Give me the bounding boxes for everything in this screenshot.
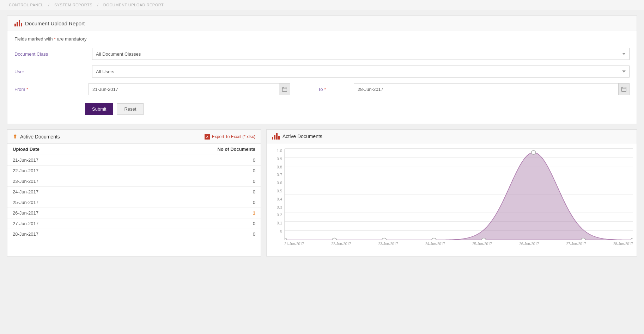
from-date-input[interactable]	[89, 84, 279, 95]
chart-panel-header: Active Documents	[267, 130, 637, 143]
x-axis-label: 27-Jun-2017	[566, 242, 586, 246]
x-axis-label: 25-Jun-2017	[472, 242, 492, 246]
y-axis-label: 0.4	[277, 197, 282, 201]
export-excel-link[interactable]: X Export To Excel (*.xlsx)	[205, 134, 255, 140]
breadcrumb-item-2[interactable]: SYSTEM REPORTS	[54, 3, 92, 7]
breadcrumb-sep-2: /	[97, 3, 100, 7]
svg-rect-0	[282, 87, 287, 92]
svg-point-15	[631, 238, 633, 240]
table-row: 25-Jun-20170	[7, 197, 261, 208]
y-axis-label: 0.2	[277, 213, 282, 217]
user-row: User All Users	[7, 63, 637, 80]
svg-rect-4	[622, 87, 626, 92]
table-row: 23-Jun-20170	[7, 176, 261, 187]
form-section: Document Upload Report Fields marked wit…	[7, 16, 637, 124]
documents-table: Upload Date No of Documents 21-Jun-20170…	[7, 144, 261, 239]
to-date-wrapper	[354, 83, 630, 95]
breadcrumb-item-3: DOCUMENT UPLOAD REPORT	[103, 3, 164, 7]
svg-point-10	[382, 238, 386, 240]
table-upload-icon: ⬆	[13, 133, 17, 140]
reset-button[interactable]: Reset	[117, 103, 144, 115]
upload-date-cell: 25-Jun-2017	[7, 197, 117, 208]
y-axis-label: 0.5	[277, 189, 282, 193]
doc-count-cell: 0	[117, 229, 261, 240]
table-row: 22-Jun-20170	[7, 166, 261, 176]
document-class-row: Document Class All Document Classes	[7, 45, 637, 63]
col-no-docs: No of Documents	[117, 144, 261, 155]
bar-chart-icon	[14, 20, 22, 26]
upload-date-cell: 27-Jun-2017	[7, 218, 117, 229]
doc-count-cell: 0	[117, 166, 261, 176]
chart-plot	[284, 149, 633, 240]
table-row: 21-Jun-20170	[7, 155, 261, 166]
upload-date-cell: 28-Jun-2017	[7, 229, 117, 240]
svg-point-12	[481, 238, 486, 240]
bottom-panels: ⬆ Active Documents X Export To Excel (*.…	[7, 129, 637, 256]
breadcrumb-bar: CONTROL PANEL / SYSTEM REPORTS / DOCUMEN…	[0, 0, 644, 10]
table-row: 26-Jun-20171	[7, 208, 261, 218]
submit-button[interactable]: Submit	[85, 103, 113, 115]
y-axis-label: 1.0	[277, 149, 282, 153]
upload-date-cell: 24-Jun-2017	[7, 187, 117, 197]
doc-count-cell: 0	[117, 176, 261, 187]
table-panel-title-group: ⬆ Active Documents	[13, 133, 60, 140]
user-select[interactable]: All Users	[92, 66, 630, 78]
document-class-select[interactable]: All Document Classes	[92, 48, 630, 60]
user-label: User	[14, 69, 85, 74]
x-axis-label: 21-Jun-2017	[284, 242, 304, 246]
table-row: 24-Jun-20170	[7, 187, 261, 197]
from-label: From *	[14, 87, 85, 92]
mandatory-note: Fields marked with * are mandatory	[7, 31, 637, 45]
svg-point-8	[285, 238, 287, 240]
x-axis-label: 22-Jun-2017	[331, 242, 351, 246]
svg-point-11	[432, 238, 436, 240]
y-axis-label: 0.1	[277, 221, 282, 225]
table-panel-header: ⬆ Active Documents X Export To Excel (*.…	[7, 130, 261, 144]
y-axis-label: 0	[280, 229, 282, 233]
upload-date-cell: 21-Jun-2017	[7, 155, 117, 166]
table-row: 28-Jun-20170	[7, 229, 261, 240]
from-date-wrapper	[89, 83, 290, 95]
table-panel-title: Active Documents	[20, 134, 60, 140]
y-axis-label: 0.8	[277, 165, 282, 169]
date-row: From * To *	[7, 80, 637, 98]
chart-bar-icon	[272, 133, 280, 140]
table-panel: ⬆ Active Documents X Export To Excel (*.…	[7, 129, 261, 256]
x-axis-label: 23-Jun-2017	[378, 242, 398, 246]
excel-icon: X	[205, 134, 210, 140]
y-axis-label: 0.6	[277, 181, 282, 185]
export-label: Export To Excel (*.xlsx)	[212, 134, 255, 139]
to-date-input[interactable]	[354, 84, 618, 95]
svg-point-13	[531, 150, 536, 154]
y-axis-label: 0.7	[277, 173, 282, 177]
document-class-label: Document Class	[14, 51, 85, 57]
breadcrumb-item-1[interactable]: CONTROL PANEL	[9, 3, 43, 7]
table-row: 27-Jun-20170	[7, 218, 261, 229]
x-axis-label: 28-Jun-2017	[613, 242, 633, 246]
button-row: Submit Reset	[7, 98, 637, 117]
from-calendar-button[interactable]	[279, 84, 290, 95]
x-axis-label: 26-Jun-2017	[519, 242, 539, 246]
doc-count-cell: 0	[117, 197, 261, 208]
y-axis-label: 0.9	[277, 157, 282, 161]
y-axis: 1.00.90.80.70.60.50.40.30.20.10	[270, 149, 284, 240]
chart-panel-title: Active Documents	[282, 134, 322, 139]
upload-date-cell: 23-Jun-2017	[7, 176, 117, 187]
svg-point-9	[332, 238, 336, 240]
col-upload-date: Upload Date	[7, 144, 117, 155]
x-axis-label: 24-Jun-2017	[425, 242, 445, 246]
to-calendar-button[interactable]	[618, 84, 629, 95]
form-section-header: Document Upload Report	[7, 16, 637, 31]
chart-panel-title-group: Active Documents	[272, 133, 322, 140]
page-title: Document Upload Report	[25, 20, 85, 26]
svg-point-14	[581, 238, 585, 240]
doc-count-cell: 1	[117, 208, 261, 218]
breadcrumb-sep-1: /	[48, 3, 51, 7]
to-label: To *	[290, 87, 354, 92]
doc-count-cell: 0	[117, 218, 261, 229]
doc-count-cell: 0	[117, 155, 261, 166]
chart-panel: Active Documents 1.00.90.80.70.60.50.40.…	[266, 129, 637, 256]
doc-count-cell: 0	[117, 187, 261, 197]
upload-date-cell: 22-Jun-2017	[7, 166, 117, 176]
upload-date-cell: 26-Jun-2017	[7, 208, 117, 218]
